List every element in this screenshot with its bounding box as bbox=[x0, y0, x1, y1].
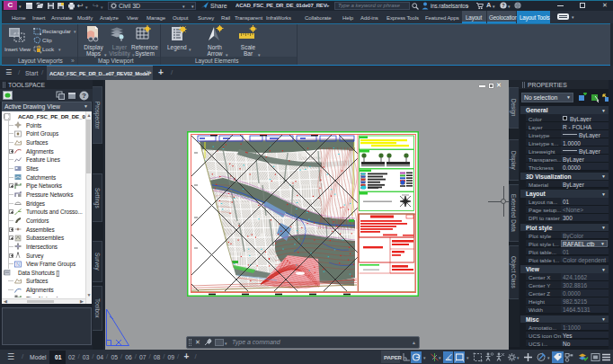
svg-text:N: N bbox=[16, 262, 20, 267]
svg-text:?: ? bbox=[82, 92, 86, 100]
